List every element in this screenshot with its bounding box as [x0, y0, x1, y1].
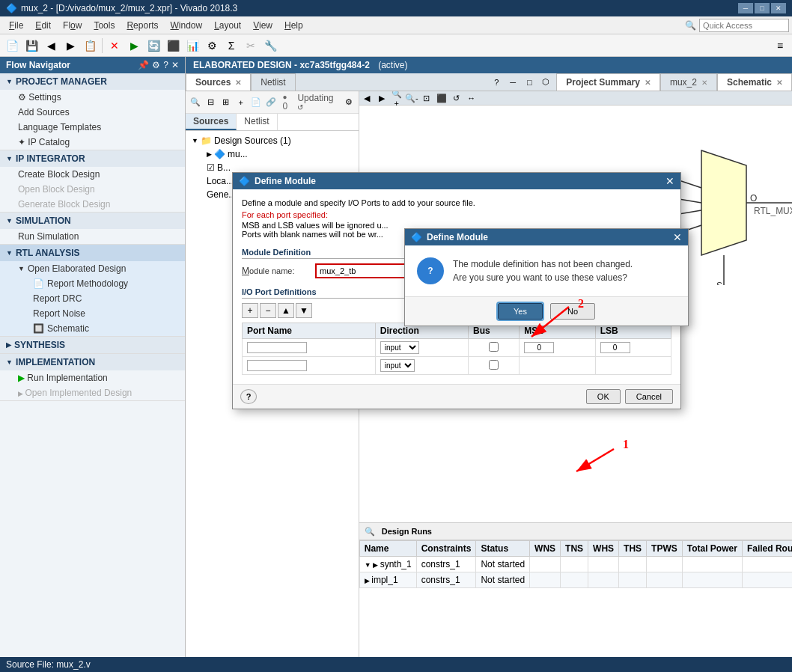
- nav-open-implemented-design[interactable]: ▶ Open Implemented Design: [0, 385, 185, 400]
- tab-schematic-close[interactable]: ✕: [776, 79, 782, 87]
- sources-expand-button[interactable]: ⊞: [219, 96, 232, 109]
- nav-section-project-manager-header[interactable]: ▼ PROJECT MANAGER: [0, 73, 185, 90]
- define-module-close[interactable]: ✕: [665, 176, 674, 186]
- schematic-forward-button[interactable]: ▶: [374, 91, 389, 105]
- nav-generate-block-design[interactable]: Generate Block Design: [0, 197, 185, 212]
- sources-add-button[interactable]: +: [234, 96, 248, 109]
- new-button[interactable]: 📄: [3, 37, 21, 54]
- confirm-no-button[interactable]: No: [550, 303, 595, 320]
- schematic-rotate-button[interactable]: ↺: [449, 91, 464, 105]
- schematic-zoom-out-button[interactable]: 🔍-: [404, 91, 419, 105]
- save-button[interactable]: 💾: [22, 37, 40, 54]
- schematic-flip-button[interactable]: ↔: [464, 91, 479, 105]
- forward-button[interactable]: ▶: [61, 37, 79, 54]
- nav-open-elaborated-design[interactable]: ▼ Open Elaborated Design: [0, 261, 185, 276]
- minimize-button[interactable]: ─: [738, 3, 753, 13]
- io-up-button[interactable]: ▲: [278, 303, 294, 318]
- nav-run-implementation[interactable]: ▶ Run Implementation: [0, 370, 185, 385]
- nav-run-simulation[interactable]: Run Simulation: [0, 229, 185, 244]
- lsb-input[interactable]: [600, 342, 630, 353]
- port-name-input[interactable]: [247, 342, 307, 353]
- sources-link-button[interactable]: 🔗: [264, 96, 278, 109]
- dr-search-button[interactable]: 🔍: [362, 525, 377, 538]
- menu-layout[interactable]: Layout: [208, 19, 247, 32]
- nav-section-simulation-header[interactable]: ▼ SIMULATION: [0, 213, 185, 229]
- direction-select-2[interactable]: input: [380, 359, 415, 372]
- menu-tools[interactable]: Tools: [88, 19, 121, 32]
- settings-button[interactable]: ⚙: [203, 37, 221, 54]
- more-button[interactable]: ≡: [771, 37, 789, 54]
- nav-section-synthesis-header[interactable]: ▶ SYNTHESIS: [0, 337, 185, 353]
- dm-help-button[interactable]: ?: [240, 389, 257, 404]
- tab-min-button[interactable]: ─: [505, 76, 520, 89]
- delete-button[interactable]: ✕: [106, 37, 124, 54]
- menu-edit[interactable]: Edit: [29, 19, 57, 32]
- sigma-button[interactable]: Σ: [222, 37, 240, 54]
- menu-window[interactable]: Window: [164, 19, 208, 32]
- tab-max-button[interactable]: □: [522, 76, 537, 89]
- nav-section-ip-integrator-header[interactable]: ▼ IP INTEGRATOR: [0, 150, 185, 167]
- tab-sources[interactable]: Sources ✕: [186, 73, 251, 91]
- tab-mux2-close[interactable]: ✕: [701, 79, 707, 87]
- nav-help-button[interactable]: ?: [163, 60, 168, 70]
- table-row[interactable]: ▶ impl_1 constrs_1 Not started: [359, 572, 792, 588]
- maximize-button[interactable]: □: [755, 3, 770, 13]
- nav-report-noise[interactable]: Report Noise: [0, 306, 185, 321]
- nav-section-rtl-analysis-header[interactable]: ▼ RTL ANALYSIS: [0, 245, 185, 261]
- nav-report-methodology[interactable]: 📄 Report Methodology: [0, 276, 185, 291]
- refresh-button[interactable]: 🔄: [144, 37, 162, 54]
- io-add-button[interactable]: +: [242, 303, 258, 318]
- io-down-button[interactable]: ▼: [296, 303, 312, 318]
- tab-sources-close[interactable]: ✕: [235, 79, 241, 87]
- dm-cancel-button[interactable]: Cancel: [625, 389, 673, 404]
- schematic-back-button[interactable]: ◀: [359, 91, 374, 105]
- schematic-fit-button[interactable]: ⊡: [419, 91, 434, 105]
- table-row[interactable]: ▼ ▶ synth_1 constrs_1 Not started: [359, 557, 792, 572]
- confirm-yes-button[interactable]: Yes: [498, 303, 543, 320]
- tree-design-sources[interactable]: ▼ 📁 Design Sources (1): [189, 134, 356, 147]
- tab-project-summary[interactable]: Project Summary ✕: [556, 73, 660, 91]
- tab-ps-close[interactable]: ✕: [645, 79, 651, 87]
- nav-close-button[interactable]: ✕: [171, 60, 179, 70]
- nav-ip-catalog[interactable]: ✦ IP Catalog: [0, 135, 185, 150]
- tab-mux2[interactable]: mux_2 ✕: [660, 73, 717, 91]
- menu-flow[interactable]: Flow: [57, 19, 88, 32]
- quick-access-input[interactable]: [699, 19, 789, 32]
- tab-expand-button[interactable]: ⬡: [538, 76, 553, 89]
- tree-item-mux[interactable]: ▶ 🔷 mu...: [189, 147, 356, 161]
- copy-button[interactable]: 📋: [81, 37, 99, 54]
- menu-reports[interactable]: Reports: [121, 19, 164, 32]
- nav-open-block-design[interactable]: Open Block Design: [0, 182, 185, 197]
- src-tab-sources[interactable]: Sources: [186, 114, 237, 130]
- sources-settings-button[interactable]: ⚙: [342, 96, 356, 109]
- schematic-zoom-in-button[interactable]: 🔍+: [389, 91, 404, 105]
- back-button[interactable]: ◀: [42, 37, 60, 54]
- nav-report-drc[interactable]: Report DRC: [0, 291, 185, 306]
- io-remove-button[interactable]: −: [260, 303, 276, 318]
- nav-language-templates[interactable]: Language Templates: [0, 120, 185, 135]
- bus-checkbox-2[interactable]: [489, 360, 499, 370]
- tab-schematic[interactable]: Schematic ✕: [717, 73, 792, 91]
- confirm-dialog-close[interactable]: ✕: [673, 232, 682, 242]
- port-name-input-2[interactable]: [247, 360, 307, 371]
- direction-select[interactable]: input output inout: [380, 341, 419, 354]
- nav-add-sources[interactable]: Add Sources: [0, 105, 185, 120]
- dm-ok-button[interactable]: OK: [586, 389, 621, 404]
- sources-file-button[interactable]: 📄: [249, 96, 263, 109]
- tools-button[interactable]: 🔧: [261, 37, 279, 54]
- menu-help[interactable]: Help: [278, 19, 309, 32]
- src-tab-netlist[interactable]: Netlist: [237, 114, 277, 130]
- sources-collapse-button[interactable]: ⊟: [204, 96, 217, 109]
- nav-settings-button[interactable]: ⚙: [152, 60, 160, 70]
- close-button[interactable]: ✕: [771, 3, 786, 13]
- nav-pin-button[interactable]: 📌: [138, 60, 149, 70]
- report-button[interactable]: 📊: [183, 37, 201, 54]
- nav-settings[interactable]: ⚙ Settings: [0, 90, 185, 105]
- cut-button[interactable]: ✂: [242, 37, 260, 54]
- msb-input[interactable]: [524, 342, 554, 353]
- bus-checkbox[interactable]: [489, 342, 499, 352]
- sources-search-button[interactable]: 🔍: [189, 96, 202, 109]
- menu-view[interactable]: View: [247, 19, 278, 32]
- nav-schematic[interactable]: 🔲 Schematic: [0, 321, 185, 336]
- schematic-select-button[interactable]: ⬛: [434, 91, 449, 105]
